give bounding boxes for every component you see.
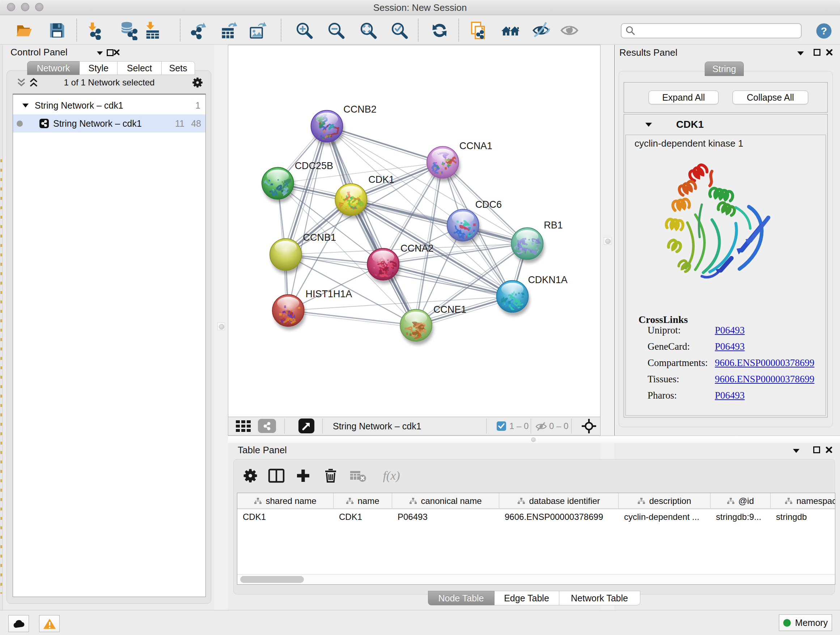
show-column-panel-button[interactable]	[267, 466, 286, 485]
collapse-all-button[interactable]: Collapse All	[733, 90, 808, 104]
hide-selected-button[interactable]	[531, 20, 551, 41]
network-node-CCNB2[interactable]	[311, 107, 344, 146]
panel-menu-icon[interactable]	[797, 50, 805, 56]
warnings-button[interactable]	[39, 615, 60, 632]
cell-6[interactable]: stringdb	[771, 509, 835, 524]
crosslink-tissues-link[interactable]: 9606.ENSP00000378699	[715, 374, 814, 385]
table-horizontal-scrollbar[interactable]	[237, 574, 835, 584]
divider-grip[interactable]	[531, 437, 536, 442]
gene-details-box: cyclin-dependent kinase 1	[625, 135, 826, 416]
tab-node-table[interactable]: Node Table	[428, 591, 494, 605]
panel-menu-icon[interactable]	[96, 50, 103, 56]
network-edge[interactable]	[384, 262, 513, 294]
network-edge[interactable]	[327, 126, 442, 163]
zoom-in-icon	[295, 21, 314, 40]
column-header-6[interactable]: namespace	[771, 493, 835, 509]
birdseye-toggle-button[interactable]	[258, 419, 276, 433]
tab-network-table[interactable]: Network Table	[559, 591, 640, 605]
export-image-button[interactable]	[248, 20, 268, 41]
expand-all-button[interactable]: Expand All	[649, 90, 718, 104]
network-node-RB1[interactable]	[511, 228, 545, 263]
column-header-0[interactable]: shared name	[237, 493, 333, 509]
divider-grip[interactable]	[604, 237, 611, 245]
cell-2[interactable]: P06493	[392, 509, 499, 524]
search-input[interactable]	[636, 26, 795, 36]
panel-close-icon[interactable]	[113, 49, 120, 56]
export-network-button[interactable]	[188, 20, 208, 41]
open-session-button[interactable]	[14, 20, 34, 41]
crosslink-uniprot-link[interactable]: P06493	[715, 325, 745, 336]
open-in-window-button[interactable]	[298, 418, 314, 433]
zoom-in-button[interactable]	[294, 20, 314, 41]
scrollbar-thumb[interactable]	[240, 576, 304, 583]
network-node-CDC25B[interactable]	[262, 167, 295, 203]
selected-checkbox[interactable]	[497, 421, 506, 431]
refresh-button[interactable]	[429, 20, 450, 41]
network-edge[interactable]	[288, 310, 416, 325]
network-canvas[interactable]: CCNB2CCNA1CDC25BCDK1CDC6RB1CCNB1CCNA2CDK…	[228, 45, 600, 417]
zoom-out-button[interactable]	[326, 20, 346, 41]
column-header-3[interactable]: database identifier	[499, 493, 619, 509]
tab-sets[interactable]: Sets	[162, 61, 195, 75]
panel-float-icon[interactable]	[106, 49, 114, 57]
import-network-database-button[interactable]	[118, 20, 139, 41]
panel-close-icon[interactable]	[826, 49, 833, 56]
cell-4[interactable]: cyclin-dependent ...	[619, 509, 711, 524]
import-network-file-button[interactable]	[85, 20, 106, 41]
cell-0[interactable]: CDK1	[237, 509, 333, 524]
section-expander-icon[interactable]	[645, 122, 652, 127]
crosslink-compartments-link[interactable]: 9606.ENSP00000378699	[715, 357, 814, 369]
panel-close-icon[interactable]	[825, 446, 833, 454]
tab-string[interactable]: String	[705, 62, 744, 76]
network-node-HIST1H1A[interactable]	[272, 295, 306, 330]
tab-network[interactable]: Network	[27, 61, 80, 75]
divider-grip[interactable]	[218, 323, 225, 330]
new-network-from-selection-button[interactable]	[469, 20, 489, 41]
left-split-divider[interactable]	[214, 45, 228, 610]
table-settings-button[interactable]	[241, 466, 260, 485]
network-tree: String Network – cdk1 1 String Network –…	[13, 94, 206, 597]
column-header-2[interactable]: canonical name	[392, 493, 499, 509]
network-row-selected[interactable]: String Network – cdk1 11 48	[13, 114, 205, 133]
function-builder-button[interactable]: f(x)	[378, 466, 405, 485]
tab-edge-table[interactable]: Edge Table	[494, 591, 559, 605]
show-all-button[interactable]	[559, 20, 579, 41]
memory-button[interactable]: Memory	[779, 614, 832, 631]
zoom-selected-button[interactable]	[389, 20, 409, 41]
search-box[interactable]	[621, 23, 802, 38]
help-button[interactable]: ?	[816, 23, 832, 39]
tab-select[interactable]: Select	[118, 61, 162, 75]
cell-3[interactable]: 9606.ENSP00000378699	[499, 509, 619, 524]
delete-column-button[interactable]	[321, 466, 340, 485]
export-table-button[interactable]	[219, 20, 239, 41]
crosslink-genecard-link[interactable]: P06493	[715, 341, 745, 352]
create-column-button[interactable]	[294, 466, 313, 485]
column-header-5[interactable]: @id	[711, 493, 771, 509]
panel-menu-icon[interactable]	[792, 448, 800, 454]
panel-float-icon[interactable]	[813, 446, 821, 454]
network-collection-row[interactable]: String Network – cdk1 1	[13, 96, 205, 114]
panel-float-icon[interactable]	[813, 49, 821, 56]
crosslink-pharos-link[interactable]: P06493	[715, 390, 745, 401]
cell-5[interactable]: stringdb:9...	[711, 509, 771, 524]
network-node-CDK1[interactable]	[335, 184, 368, 219]
gene-section-header[interactable]: CDK1	[624, 114, 827, 135]
tree-expander-icon[interactable]	[22, 103, 29, 108]
column-header-4[interactable]: description	[619, 493, 711, 509]
tab-style[interactable]: Style	[80, 61, 118, 75]
network-node-CCNE1[interactable]	[400, 310, 433, 345]
gear-icon[interactable]	[192, 77, 203, 88]
cloud-status-button[interactable]	[8, 615, 29, 632]
table-data-row[interactable]: CDK1CDK1P064939606.ENSP00000378699cyclin…	[237, 509, 835, 524]
delete-table-button[interactable]	[349, 466, 368, 485]
first-neighbors-button[interactable]	[501, 20, 521, 41]
fit-content-button[interactable]	[358, 20, 378, 41]
cell-1[interactable]: CDK1	[333, 509, 392, 524]
grid-view-icon[interactable]	[236, 420, 253, 432]
column-header-1[interactable]: name	[333, 493, 392, 509]
save-session-button[interactable]	[47, 20, 67, 41]
crosshair-icon[interactable]	[582, 419, 596, 433]
import-table-file-button[interactable]	[142, 20, 163, 41]
network-node-CCNA2[interactable]	[367, 249, 401, 284]
horizontal-split-divider[interactable]	[228, 435, 840, 443]
